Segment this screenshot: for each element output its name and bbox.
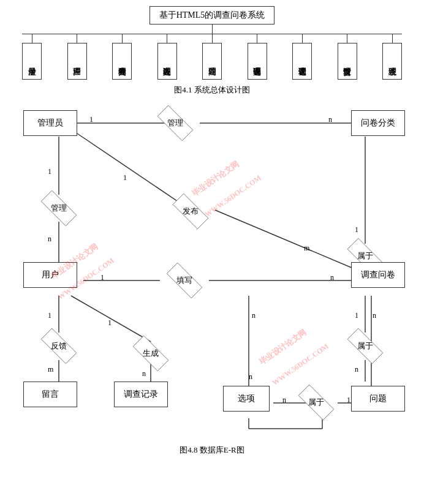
branch-box-7: 调查记录管理 [292, 43, 312, 80]
branch-7: 调查记录管理 [292, 34, 312, 80]
watermark-1: 毕业设计论文网 [189, 159, 241, 200]
node-survey: 调查问卷 [351, 262, 405, 288]
watermark-5: 毕业设计论文网 [257, 327, 309, 368]
label-1c: 1 [123, 173, 127, 182]
svg-line-5 [215, 210, 353, 268]
branch-2: 用户管理 [67, 34, 87, 80]
node-fabu-diamond: 发布 [166, 198, 215, 225]
page: 基于HTML5的调查问卷系统 登录注册 用户管理 [0, 0, 424, 467]
node-wenti: 问题 [351, 386, 405, 412]
fig-caption-2: 图4.8 数据库E-R图 [9, 445, 415, 456]
branch-1: 登录注册 [22, 34, 42, 80]
node-liuyan: 留言 [23, 382, 77, 407]
label-1b: 1 [48, 167, 51, 176]
label-n9: n [252, 311, 256, 320]
branch-box-3: 问卷分类管理 [112, 43, 132, 80]
label-n6: n [355, 365, 358, 374]
node-guanli-diamond: 管理 [151, 110, 200, 137]
er-diagram: 毕业设计论文网 WWW.56DOC.COM 毕业设计论文网 WWW.56DOC.… [10, 103, 414, 440]
root-box: 基于HTML5的调查问卷系统 [150, 6, 275, 24]
label-1g: 1 [108, 318, 112, 328]
branch-5: 问题管理 [202, 34, 222, 80]
label-1f: 1 [48, 311, 51, 320]
label-n7: n [249, 372, 252, 382]
branch-8: 留言反馈管理 [338, 34, 357, 80]
branch-box-8: 留言反馈管理 [338, 43, 357, 80]
node-fankui-diamond: 反馈 [34, 333, 83, 359]
branch-box-6: 调查选项管理 [248, 43, 267, 80]
branch-box-1: 登录注册 [22, 43, 42, 80]
label-n4: n [330, 273, 334, 282]
node-shuyu2-diamond: 属于 [341, 333, 390, 359]
label-n5: n [142, 369, 146, 378]
branch-4: 调查问卷处理 [157, 34, 177, 80]
label-1i: 1 [347, 396, 350, 405]
branch-9: 系统管理 [382, 34, 402, 80]
node-xuanxiang: 选项 [223, 386, 270, 412]
label-n8: n [282, 396, 286, 405]
label-m1: m [304, 244, 309, 253]
fig-caption-1: 图4.1 系统总体设计图 [9, 85, 415, 96]
label-m2: m [48, 365, 53, 374]
branch-box-4: 调查问卷处理 [157, 43, 177, 80]
label-n1: n [328, 115, 332, 124]
node-shuyu3-diamond: 属于 [292, 389, 341, 416]
branch-box-2: 用户管理 [67, 43, 87, 80]
branch-6: 调查选项管理 [248, 34, 267, 80]
label-1d: 1 [355, 225, 358, 235]
label-n10: n [373, 311, 376, 320]
node-tiexie-diamond: 填写 [160, 267, 209, 294]
branch-box-9: 系统管理 [382, 43, 402, 80]
node-survey-record: 调查记录 [114, 382, 168, 407]
watermark-6: WWW.56DOC.COM [271, 342, 331, 388]
node-guanli2-diamond: 管理 [34, 195, 83, 222]
section1: 基于HTML5的调查问卷系统 登录注册 用户管理 [9, 6, 415, 96]
tree-container: 基于HTML5的调查问卷系统 登录注册 用户管理 [9, 6, 415, 80]
node-shengcheng-diamond: 生成 [126, 340, 175, 367]
label-1e: 1 [100, 273, 104, 282]
branch-box-5: 问题管理 [202, 43, 222, 80]
node-questionnaire-category: 问卷分类 [351, 110, 405, 136]
node-user: 用户 [23, 262, 77, 288]
label-1h: 1 [355, 311, 358, 320]
label-n2: n [48, 235, 51, 244]
node-manager: 管理员 [23, 110, 77, 136]
branch-3: 问卷分类管理 [112, 34, 132, 80]
label-1: 1 [89, 115, 93, 124]
er-section: 毕业设计论文网 WWW.56DOC.COM 毕业设计论文网 WWW.56DOC.… [9, 103, 415, 456]
